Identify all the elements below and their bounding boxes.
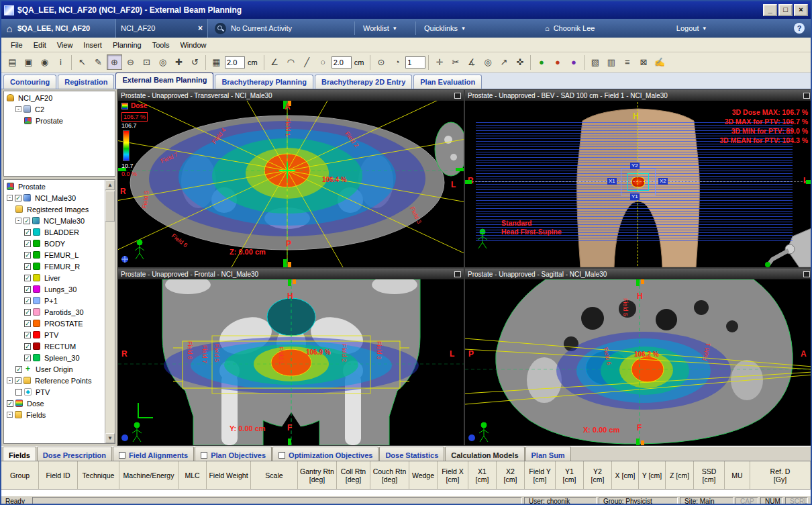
tree-checkbox[interactable]: ✓ bbox=[24, 275, 31, 281]
tree-item-bladder[interactable]: ✓BLADDER bbox=[4, 226, 105, 238]
restore-button[interactable]: □ bbox=[778, 4, 793, 16]
module-tab[interactable]: External Beam Planning bbox=[115, 73, 213, 89]
viewport-sagittal[interactable]: Prostate - Unapproved - Sagittal - NCI_M… bbox=[464, 268, 812, 446]
menu-item[interactable]: Edit bbox=[28, 39, 52, 51]
report-icon[interactable]: ≡ bbox=[619, 54, 635, 70]
column-header[interactable]: Technique bbox=[78, 461, 119, 489]
tab-checkbox[interactable] bbox=[119, 452, 125, 459]
tree-item-nci-af20[interactable]: NCI_AF20 bbox=[4, 92, 115, 103]
menu-item[interactable]: Insert bbox=[78, 39, 107, 51]
save-icon[interactable]: ▣ bbox=[21, 54, 36, 70]
tree-checkbox[interactable]: ✓ bbox=[24, 309, 31, 316]
jaw-label-x1[interactable]: X1 bbox=[607, 178, 617, 185]
tree-item-ptv[interactable]: ◆PTV bbox=[4, 386, 105, 398]
close-tab-icon[interactable]: × bbox=[198, 24, 203, 33]
ruler-icon[interactable]: ╱ bbox=[299, 54, 315, 70]
jaw-label-y2[interactable]: Y2 bbox=[630, 163, 640, 169]
tree-item-dose[interactable]: ✓Dose bbox=[4, 398, 105, 409]
column-header[interactable]: MU bbox=[725, 461, 750, 489]
tree-checkbox[interactable]: ✓ bbox=[24, 286, 31, 293]
home-icon[interactable]: ⌂ bbox=[1, 23, 17, 34]
tree-item-parotids-30[interactable]: ✓Parotids_30 bbox=[4, 306, 105, 318]
column-header[interactable]: Group bbox=[1, 461, 39, 489]
menu-item[interactable]: File bbox=[5, 39, 28, 51]
tree-checkbox[interactable]: ✓ bbox=[24, 252, 31, 259]
bottom-tab[interactable]: Field Alignments bbox=[113, 447, 194, 461]
viewport-header[interactable]: Prostate - Unapproved - Sagittal - NCI_M… bbox=[465, 269, 812, 279]
colorbar-gradient[interactable] bbox=[123, 130, 130, 161]
draw-icon[interactable]: ✎ bbox=[91, 54, 106, 70]
tree-item-nci-male30[interactable]: -✓NCI_Male30 bbox=[4, 215, 105, 226]
tree-item-prostate[interactable]: ✓PROSTATE bbox=[4, 318, 105, 329]
module-tab[interactable]: Registration bbox=[58, 75, 114, 89]
activity-search[interactable]: No Current Activity bbox=[208, 23, 354, 34]
scroll-up-icon[interactable]: ▲ bbox=[105, 180, 115, 190]
tree-item-femur-r[interactable]: ✓FEMUR_R bbox=[4, 261, 105, 272]
maximize-viewport-icon[interactable] bbox=[454, 271, 461, 277]
tree-checkbox[interactable]: ✓ bbox=[15, 195, 21, 201]
tree-checkbox[interactable]: ✓ bbox=[24, 240, 31, 247]
menu-item[interactable]: Planning bbox=[107, 39, 147, 51]
column-header[interactable]: Scale bbox=[251, 461, 298, 489]
tree-expander-icon[interactable]: - bbox=[15, 106, 21, 112]
protractor-icon[interactable]: ◠ bbox=[283, 54, 299, 70]
print-icon[interactable]: ▤ bbox=[5, 54, 20, 70]
rotate-field-icon[interactable]: ∡ bbox=[464, 54, 479, 70]
viewport-frontal[interactable]: Prostate - Unapproved - Frontal - NCI_Ma… bbox=[117, 268, 464, 446]
split-field-icon[interactable]: ✂ bbox=[448, 54, 463, 70]
module-tab[interactable]: Brachytherapy Planning bbox=[215, 75, 313, 89]
menu-item[interactable]: Window bbox=[174, 39, 211, 51]
measure-input[interactable] bbox=[332, 56, 352, 68]
viewport-header[interactable]: Prostate - Unapproved - BEV - SAD 100 cm… bbox=[465, 90, 812, 101]
tree-expander-icon[interactable]: - bbox=[7, 412, 13, 418]
tree-item-femur-l[interactable]: ✓FEMUR_L bbox=[4, 249, 105, 261]
tree-checkbox[interactable]: ✓ bbox=[24, 332, 31, 338]
beam-pick-icon[interactable]: ↗ bbox=[496, 54, 511, 70]
tree-item-reference-points[interactable]: -✓Reference Points bbox=[4, 375, 105, 386]
menu-item[interactable]: View bbox=[52, 39, 79, 51]
tree-checkbox[interactable]: ✓ bbox=[24, 229, 31, 236]
minimize-button[interactable]: _ bbox=[763, 4, 777, 16]
tree-expander-icon[interactable]: - bbox=[15, 218, 21, 224]
zoom-window-icon[interactable]: ⊡ bbox=[139, 54, 154, 70]
tree-item-prostate[interactable]: Prostate bbox=[4, 181, 105, 192]
angle-measure-icon[interactable]: ∠ bbox=[267, 54, 283, 70]
tree-checkbox[interactable]: ✓ bbox=[15, 377, 21, 384]
lock-icon[interactable]: ⊠ bbox=[636, 54, 651, 70]
tree-expander-icon[interactable]: - bbox=[7, 377, 13, 383]
column-header[interactable]: SSD [cm] bbox=[694, 461, 725, 489]
tree-expander-icon[interactable]: - bbox=[7, 195, 13, 201]
grid-size-input[interactable] bbox=[225, 56, 245, 68]
tree-checkbox[interactable]: ✓ bbox=[24, 297, 31, 304]
circle-measure-icon[interactable]: ○ bbox=[315, 54, 331, 70]
slice-step-icon[interactable]: ◔ bbox=[389, 54, 405, 70]
tree-checkbox[interactable]: ✓ bbox=[23, 218, 30, 224]
tree-item-liver[interactable]: ✓Liver bbox=[4, 272, 105, 283]
column-header[interactable]: Field X [cm] bbox=[438, 461, 468, 489]
isocenter-target[interactable] bbox=[631, 177, 645, 187]
dose-display-toggle[interactable]: Dose bbox=[121, 102, 147, 109]
column-header[interactable]: Ref. D [Gy] bbox=[750, 461, 811, 489]
tree-checkbox[interactable]: ✓ bbox=[24, 343, 31, 350]
module-tab[interactable]: Plan Evaluation bbox=[413, 75, 482, 89]
tree-item-user-origin[interactable]: ✓+User Origin bbox=[4, 363, 105, 375]
tree-item-rectum[interactable]: ✓RECTUM bbox=[4, 340, 105, 352]
bottom-tab[interactable]: Optimization Objectives bbox=[272, 447, 378, 461]
dose-3d-icon[interactable]: ● bbox=[534, 54, 549, 70]
quicklinks-menu[interactable]: Quicklinks ▾ bbox=[416, 24, 483, 32]
tree-checkbox[interactable]: ✓ bbox=[7, 400, 13, 407]
cine-icon[interactable]: ⊙ bbox=[373, 54, 389, 70]
column-header[interactable]: Y2 [cm] bbox=[584, 461, 612, 489]
scrollbar-thumb[interactable] bbox=[105, 191, 115, 222]
module-tab[interactable]: Contouring bbox=[3, 75, 56, 89]
tree-item-spleen-30[interactable]: ✓Spleen_30 bbox=[4, 352, 105, 363]
capture-icon[interactable]: ◉ bbox=[37, 54, 52, 70]
tree-checkbox[interactable]: ✓ bbox=[24, 320, 31, 327]
info-icon[interactable]: i bbox=[53, 54, 68, 70]
scroll-down-icon[interactable]: ▼ bbox=[105, 433, 115, 443]
help-icon[interactable]: ? bbox=[794, 23, 805, 34]
column-header[interactable]: Gantry Rtn [deg] bbox=[298, 461, 337, 489]
bottom-tab[interactable]: Plan Objectives bbox=[195, 447, 272, 461]
move-isocenter-icon[interactable]: ✛ bbox=[432, 54, 447, 70]
column-header[interactable]: MLC bbox=[179, 461, 207, 489]
